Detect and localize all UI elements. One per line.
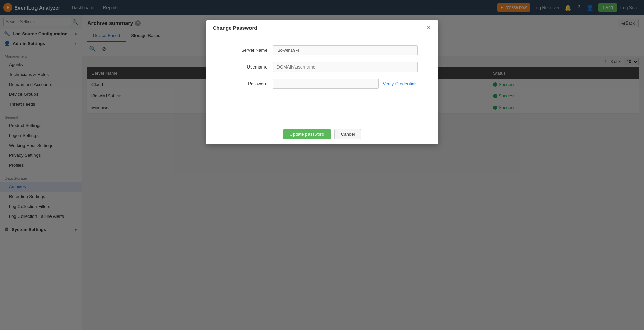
username-row: Username [227, 62, 418, 72]
server-name-label: Server Name [227, 48, 268, 53]
server-name-input[interactable] [273, 45, 418, 55]
update-password-button[interactable]: Update password [283, 129, 331, 139]
cancel-button[interactable]: Cancel [334, 129, 361, 139]
modal-footer: Update password Cancel [206, 124, 438, 144]
username-input[interactable] [273, 62, 418, 72]
modal-header: Change Password ✕ [206, 20, 438, 35]
modal-body: Server Name Username Password Verify Cre… [206, 35, 438, 124]
change-password-modal: Change Password ✕ Server Name Username P… [206, 20, 438, 144]
password-input[interactable] [273, 79, 379, 89]
username-label: Username [227, 64, 268, 70]
modal-title: Change Password [213, 25, 257, 31]
server-name-row: Server Name [227, 45, 418, 55]
password-label: Password [227, 81, 268, 86]
verify-credentials-link[interactable]: Verify Credentials [383, 81, 418, 86]
modal-close-button[interactable]: ✕ [426, 25, 431, 31]
modal-overlay: Change Password ✕ Server Name Username P… [0, 0, 644, 330]
password-row: Password Verify Credentials [227, 79, 418, 89]
